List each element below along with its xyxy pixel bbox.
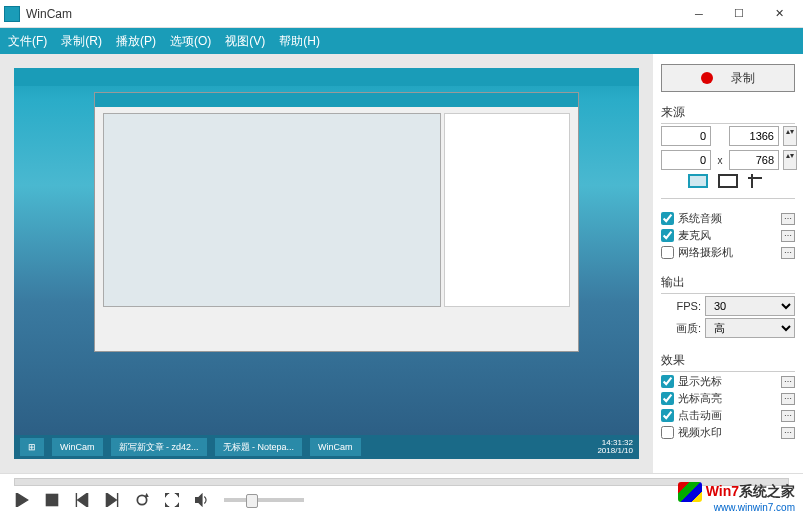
preview-image: ⊞ WinCam 新写新文章 - zd42... 无标题 - Notepa...…	[14, 68, 639, 459]
webcam-checkbox[interactable]	[661, 246, 674, 259]
highlight-checkbox[interactable]	[661, 392, 674, 405]
coord-y2[interactable]	[729, 150, 779, 170]
more-icon[interactable]: ⋯	[781, 393, 795, 405]
menu-play[interactable]: 播放(P)	[116, 33, 156, 50]
effects-title: 效果	[661, 352, 795, 369]
player-bar	[0, 473, 803, 521]
record-button[interactable]: 录制	[661, 64, 795, 92]
menu-record[interactable]: 录制(R)	[61, 33, 102, 50]
shape-region-icon[interactable]	[748, 174, 768, 188]
more-icon[interactable]: ⋯	[781, 247, 795, 259]
taskbar-item: 新写新文章 - zd42...	[111, 438, 207, 456]
prev-button[interactable]	[74, 492, 90, 508]
progress-track[interactable]	[14, 478, 789, 486]
menu-help[interactable]: 帮助(H)	[279, 33, 320, 50]
preview-taskbar: ⊞ WinCam 新写新文章 - zd42... 无标题 - Notepa...…	[14, 435, 639, 459]
preview-area: ⊞ WinCam 新写新文章 - zd42... 无标题 - Notepa...…	[0, 54, 653, 473]
webcam-label: 网络摄影机	[678, 245, 777, 260]
mic-checkbox[interactable]	[661, 229, 674, 242]
volume-slider[interactable]	[224, 498, 304, 502]
taskbar-item: WinCam	[310, 438, 361, 456]
menu-file[interactable]: 文件(F)	[8, 33, 47, 50]
fps-label: FPS:	[661, 300, 701, 312]
shape-window-icon[interactable]	[718, 174, 738, 188]
watermark-label: 视频水印	[678, 425, 777, 440]
mic-label: 麦克风	[678, 228, 777, 243]
taskbar-item: WinCam	[52, 438, 103, 456]
output-title: 输出	[661, 274, 795, 291]
record-icon	[701, 72, 713, 84]
next-button[interactable]	[104, 492, 120, 508]
taskbar-clock: 14:31:32 2018/1/10	[597, 439, 633, 455]
menu-options[interactable]: 选项(O)	[170, 33, 211, 50]
coord-x1[interactable]	[661, 126, 711, 146]
loop-button[interactable]	[134, 492, 150, 508]
spinner-icon[interactable]: ▴▾	[783, 150, 797, 170]
minimize-button[interactable]: ─	[679, 0, 719, 28]
menubar: 文件(F) 录制(R) 播放(P) 选项(O) 视图(V) 帮助(H)	[0, 28, 803, 54]
stop-button[interactable]	[44, 492, 60, 508]
app-icon	[4, 6, 20, 22]
more-icon[interactable]: ⋯	[781, 213, 795, 225]
taskbar-start: ⊞	[20, 438, 44, 456]
click-checkbox[interactable]	[661, 409, 674, 422]
maximize-button[interactable]: ☐	[719, 0, 759, 28]
more-icon[interactable]: ⋯	[781, 230, 795, 242]
spinner-icon[interactable]: ▴▾	[783, 126, 797, 146]
more-icon[interactable]: ⋯	[781, 376, 795, 388]
cursor-label: 显示光标	[678, 374, 777, 389]
coord-sep: x	[715, 155, 725, 166]
more-icon[interactable]: ⋯	[781, 427, 795, 439]
system-audio-label: 系统音频	[678, 211, 777, 226]
quality-label: 画质:	[661, 321, 701, 336]
source-title: 来源	[661, 104, 795, 121]
svg-rect-0	[46, 494, 57, 505]
titlebar: WinCam ─ ☐ ✕	[0, 0, 803, 28]
coord-y1[interactable]	[661, 150, 711, 170]
click-label: 点击动画	[678, 408, 777, 423]
close-button[interactable]: ✕	[759, 0, 799, 28]
fullscreen-button[interactable]	[164, 492, 180, 508]
highlight-label: 光标高亮	[678, 391, 777, 406]
window-title: WinCam	[26, 7, 679, 21]
play-button[interactable]	[14, 492, 30, 508]
quality-select[interactable]: 高	[705, 318, 795, 338]
more-icon[interactable]: ⋯	[781, 410, 795, 422]
watermark-checkbox[interactable]	[661, 426, 674, 439]
system-audio-checkbox[interactable]	[661, 212, 674, 225]
shape-fullscreen-icon[interactable]	[688, 174, 708, 188]
sidebar: 录制 来源 ▴▾ x ▴▾	[653, 54, 803, 473]
record-label: 录制	[731, 70, 755, 87]
fps-select[interactable]: 30	[705, 296, 795, 316]
taskbar-item: 无标题 - Notepa...	[215, 438, 303, 456]
coord-x2[interactable]	[729, 126, 779, 146]
volume-button[interactable]	[194, 492, 210, 508]
menu-view[interactable]: 视图(V)	[225, 33, 265, 50]
cursor-checkbox[interactable]	[661, 375, 674, 388]
